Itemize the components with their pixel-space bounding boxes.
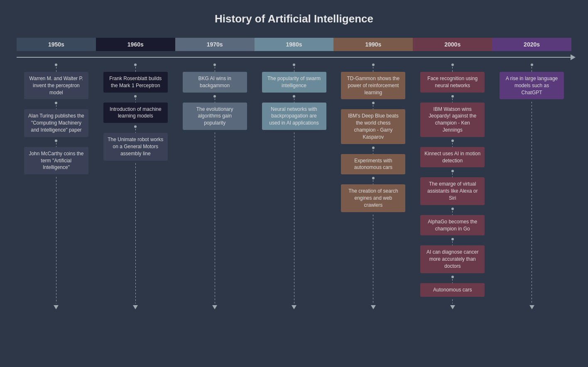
arrow-down-1960s — [133, 305, 138, 309]
vline — [215, 67, 215, 72]
dot-2000s — [451, 64, 454, 66]
card-1990s-2: Experiments with autonomous cars — [341, 154, 405, 175]
card-1970s-1: The evolutionary algorithms gain popular… — [183, 103, 247, 130]
dot — [451, 170, 454, 172]
dot — [451, 208, 454, 210]
card-1990s-1: IBM's Deep Blue beats the world chess ch… — [341, 109, 405, 144]
vline — [294, 67, 294, 72]
dot — [134, 125, 137, 128]
vline — [373, 150, 373, 154]
dot — [451, 238, 454, 240]
dot-1950s — [55, 64, 57, 66]
dot — [213, 95, 216, 98]
vline — [135, 98, 136, 103]
era-header-1970s: 1970s — [175, 38, 255, 51]
vline — [56, 67, 56, 72]
arrow-down-1980s — [292, 305, 296, 309]
card-2000s-0: Face recognition using neural networks — [420, 72, 485, 93]
dot — [134, 95, 137, 98]
col-1970s: BKG AI wins in backgammon The evolutiona… — [175, 64, 255, 309]
col-2020s: A rise in large language models such as … — [492, 64, 571, 309]
dot-1980s — [293, 64, 295, 66]
vline — [452, 241, 453, 245]
dot-2020s — [531, 64, 533, 66]
arrow-down-2000s — [450, 305, 455, 309]
arrow-down-1990s — [371, 305, 376, 309]
vline — [135, 129, 136, 133]
card-2000s-2: Kinnect uses AI in motion detection — [420, 147, 485, 168]
card-1960s-1: Introduction of machine learning models — [103, 103, 168, 123]
arrow-down-2020s — [529, 305, 534, 309]
page-title: History of Artificial Intelligence — [17, 12, 571, 25]
timeline-line — [17, 57, 571, 58]
era-header-2020s: 2020s — [492, 38, 571, 51]
vline — [215, 98, 215, 103]
vline-bottom — [135, 163, 136, 303]
vline — [532, 67, 532, 72]
vline — [373, 180, 373, 184]
vline-bottom — [56, 177, 56, 303]
vline — [452, 211, 453, 215]
era-headers: 1950s 1960s 1970s 1980s 1990s 2000s 2020… — [17, 38, 571, 51]
col-2000s: Face recognition using neural networks I… — [413, 64, 492, 309]
card-2020s-0: A rise in large language models such as … — [500, 72, 564, 99]
card-1950s-1: Alan Turing publishes the "Computing Mac… — [24, 109, 88, 137]
vline-bottom — [373, 215, 373, 303]
vline — [294, 98, 294, 103]
arrow-down-1950s — [54, 305, 59, 309]
timeline-line-row — [17, 51, 571, 64]
dot — [372, 102, 375, 104]
card-2000s-5: AI can diagnose cancer more accurately t… — [420, 245, 485, 273]
dot — [451, 95, 454, 98]
dot — [55, 102, 57, 104]
dot — [451, 139, 454, 142]
vline-bottom — [215, 132, 215, 303]
card-1990s-3: The creation of search engines and web c… — [341, 184, 405, 212]
card-2000s-4: AlphaGo becomes the champion in Go — [420, 215, 485, 236]
dot — [451, 276, 454, 278]
cards-area: Warren M. and Walter P. invent the perce… — [17, 64, 571, 309]
card-2000s-1: IBM Watson wins Jeopardy! against the ch… — [420, 103, 485, 137]
era-header-1990s: 1990s — [333, 38, 413, 51]
card-1990s-0: TD-Gammon shows the power of reinforceme… — [341, 72, 405, 99]
dot-1970s — [213, 64, 216, 66]
col-1980s: The popularity of swarm intelligence Neu… — [255, 64, 334, 309]
vline — [56, 105, 56, 109]
vline — [373, 67, 373, 72]
era-header-1950s: 1950s — [17, 38, 96, 51]
col-1990s: TD-Gammon shows the power of reinforceme… — [333, 64, 413, 309]
vline-bottom — [452, 299, 453, 303]
era-header-1980s: 1980s — [255, 38, 334, 51]
era-header-1960s: 1960s — [96, 38, 175, 51]
col-1950s: Warren M. and Walter P. invent the perce… — [17, 64, 96, 309]
dot — [55, 139, 57, 142]
card-1960s-0: Frank Rosenblatt builds the Mark 1 Perce… — [103, 72, 168, 93]
dot-1990s — [372, 64, 375, 66]
card-1970s-0: BKG AI wins in backgammon — [183, 72, 247, 93]
card-1950s-2: John McCarthy coins the term "Artificial… — [24, 147, 88, 174]
vline — [373, 105, 373, 109]
card-2000s-3: The emarge of virtual assistants like Al… — [420, 177, 485, 205]
col-1960s: Frank Rosenblatt builds the Mark 1 Perce… — [96, 64, 175, 309]
card-1950s-0: Warren M. and Walter P. invent the perce… — [24, 72, 88, 99]
timeline-container: 1950s 1960s 1970s 1980s 1990s 2000s 2020… — [17, 38, 571, 309]
vline-bottom — [532, 102, 532, 303]
card-2000s-6: Autonomous cars — [420, 283, 485, 297]
vline — [56, 143, 56, 147]
vline — [452, 67, 453, 72]
vline — [452, 173, 453, 177]
vline — [452, 143, 453, 147]
vline — [452, 279, 453, 283]
card-1960s-2: The Unimate robot works on a General Mot… — [103, 133, 168, 160]
card-1980s-0: The popularity of swarm intelligence — [262, 72, 326, 93]
page: History of Artificial Intelligence 1950s… — [0, 0, 588, 367]
vline — [135, 67, 136, 72]
dot — [372, 147, 375, 149]
era-header-2000s: 2000s — [413, 38, 492, 51]
card-1980s-1: Neural networks with backpropagation are… — [262, 103, 326, 130]
vline — [452, 98, 453, 103]
dot-1960s — [134, 64, 137, 66]
vline-bottom — [294, 132, 294, 303]
arrow-down-1970s — [212, 305, 217, 309]
dot — [372, 177, 375, 179]
